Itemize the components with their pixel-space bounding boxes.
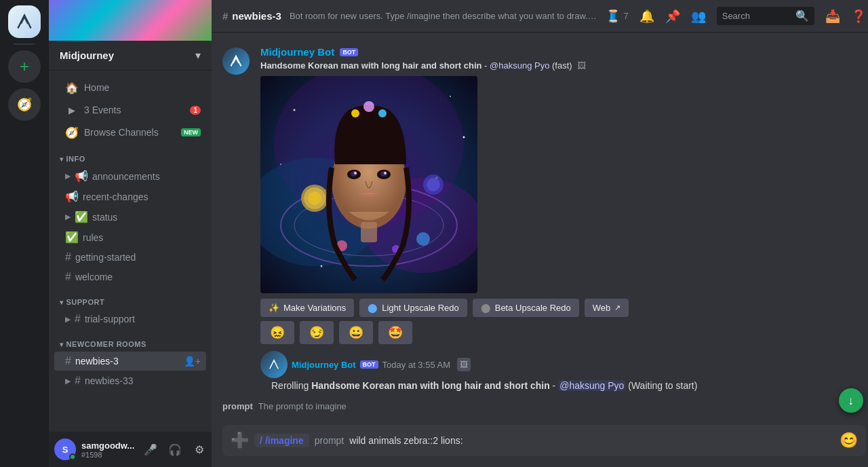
server-sidebar: + 🧭 <box>0 0 49 467</box>
bot-badge-inline: BOT <box>360 360 378 369</box>
section-arrow-icon: ▾ <box>60 155 64 163</box>
image-expand-icon[interactable]: 🖼 <box>577 60 586 71</box>
light-upscale-redo-button[interactable]: ⬤ Light Upscale Redo <box>359 299 467 317</box>
channel-name-header: # newbies-3 <box>222 10 281 22</box>
svg-point-16 <box>427 178 440 191</box>
section-info[interactable]: ▾ INFO <box>49 144 212 166</box>
server-header[interactable]: Midjourney ▾ <box>49 41 212 71</box>
channel-icon: 📢 <box>75 170 88 183</box>
channel-label: trial-support <box>85 314 135 324</box>
main-content: # newbies-3 Bot room for new users. Type… <box>212 0 868 467</box>
input-area: ➕ / /imagine prompt 😊 <box>212 425 868 467</box>
search-input[interactable] <box>722 11 793 21</box>
variations-icon: ✨ <box>269 303 279 313</box>
attach-button[interactable]: ➕ <box>231 425 249 456</box>
reaction-2[interactable]: 😏 <box>300 321 334 344</box>
section-newcomer-rooms[interactable]: ▾ NEWCOMER ROOMS <box>49 329 212 351</box>
channel-getting-started[interactable]: # getting-started <box>54 248 206 267</box>
channel-newbies-3[interactable]: # newbies-3 👤+ <box>54 352 206 371</box>
command-label: /imagine <box>265 435 304 446</box>
prompt-tooltip-label: prompt <box>222 401 253 411</box>
search-bar[interactable]: 🔍 <box>717 7 814 25</box>
reaction-4[interactable]: 🤩 <box>378 321 412 344</box>
image-buttons: ✨ Make Variations ⬤ Light Upscale Redo ⬤… <box>260 299 866 317</box>
channel-label: getting-started <box>75 252 136 263</box>
server-banner <box>49 0 212 41</box>
channel-icon: ✅ <box>75 210 88 223</box>
message-input-box[interactable]: ➕ / /imagine prompt 😊 <box>222 425 866 456</box>
channel-label: status <box>92 212 117 223</box>
user-controls: 🎤 🎧 ⚙ <box>140 438 210 460</box>
nav-browse-channels[interactable]: 🧭 Browse Channels NEW <box>54 122 206 143</box>
reaction-1[interactable]: 😖 <box>260 321 294 344</box>
image-preview-icon[interactable]: 🖼 <box>457 358 471 371</box>
pin-icon[interactable]: 📌 <box>665 9 680 24</box>
collapse-arrow-icon: ▶ <box>65 377 71 386</box>
bot-author-link[interactable]: Midjourney Bot <box>292 360 356 370</box>
members-icon[interactable]: 🧵 7 <box>606 9 628 24</box>
channel-label: newbies-33 <box>85 375 134 386</box>
notification-icon[interactable]: 🔔 <box>639 9 654 24</box>
svg-point-6 <box>463 136 465 138</box>
online-status-dot <box>69 453 76 460</box>
nav-home[interactable]: 🏠 Home <box>54 77 206 98</box>
server-icon-midjourney[interactable] <box>8 5 41 38</box>
members-list-icon[interactable]: 👥 <box>691 9 706 24</box>
section-support[interactable]: ▾ SUPPORT <box>49 287 212 309</box>
channel-icon: 📢 <box>65 190 79 203</box>
channel-icon: # <box>65 251 71 263</box>
chevron-down-icon: ▾ <box>195 49 201 62</box>
web-button[interactable]: Web ↗ <box>585 299 629 317</box>
slash-command: / /imagine <box>254 434 309 447</box>
svg-point-29 <box>378 109 387 117</box>
make-variations-button[interactable]: ✨ Make Variations <box>260 299 354 317</box>
add-server-button[interactable]: + <box>8 50 41 83</box>
message-text-2: Rerolling Handsome Korean man with long … <box>271 379 866 393</box>
make-variations-label: Make Variations <box>283 303 346 313</box>
svg-point-9 <box>321 265 323 267</box>
svg-point-19 <box>416 232 430 246</box>
svg-rect-30 <box>361 222 377 242</box>
message-text-1: Handsome Korean man with long hair and s… <box>260 60 866 71</box>
headphones-button[interactable]: 🎧 <box>164 438 186 460</box>
inbox-icon[interactable]: 📥 <box>825 9 840 24</box>
light-upscale-icon: ⬤ <box>368 303 378 313</box>
message-header-1: Midjourney Bot BOT <box>260 46 866 58</box>
reaction-3[interactable]: 😀 <box>339 321 373 344</box>
channel-name-text: newbies-3 <box>232 10 281 22</box>
channel-icon: # <box>75 375 81 387</box>
scroll-to-bottom-button[interactable]: ↓ <box>839 388 863 413</box>
channel-welcome[interactable]: # welcome <box>54 267 206 286</box>
hash-icon: # <box>222 10 228 22</box>
channel-trial-support[interactable]: ▶ # trial-support <box>54 310 206 329</box>
channel-recent-changes[interactable]: 📢 recent-changes <box>54 187 206 206</box>
explore-button[interactable]: 🧭 <box>8 88 41 121</box>
help-icon[interactable]: ❓ <box>851 9 866 24</box>
events-icon: ▶ <box>65 103 79 117</box>
section-arrow-icon: ▾ <box>60 299 64 306</box>
user-discriminator: #1598 <box>81 451 134 459</box>
generated-image <box>260 76 477 293</box>
nav-events[interactable]: ▶ 3 Events 1 <box>54 99 206 121</box>
settings-button[interactable]: ⚙ <box>189 438 210 460</box>
channel-newbies-33[interactable]: ▶ # newbies-33 <box>54 371 206 390</box>
emoji-picker-button[interactable]: 😊 <box>840 432 858 449</box>
beta-upscale-label: Beta Upscale Redo <box>495 303 571 313</box>
svg-point-25 <box>354 172 357 174</box>
svg-point-5 <box>450 96 451 97</box>
message-input[interactable] <box>349 435 833 446</box>
channel-label: recent-changes <box>83 191 149 202</box>
server-name: Midjourney <box>60 50 114 61</box>
bot-badge-1: BOT <box>340 48 358 56</box>
channel-rules[interactable]: ✅ rules <box>54 227 206 247</box>
microphone-button[interactable]: 🎤 <box>140 438 161 460</box>
svg-point-28 <box>363 101 374 112</box>
beta-upscale-redo-button[interactable]: ⬤ Beta Upscale Redo <box>473 299 579 317</box>
channel-icon: ✅ <box>65 231 79 244</box>
channel-status[interactable]: ▶ ✅ status <box>54 207 206 227</box>
home-icon: 🏠 <box>65 81 79 94</box>
header-actions: 🧵 7 🔔 📌 👥 🔍 📥 ❓ <box>606 7 865 25</box>
browse-new-badge: NEW <box>181 128 201 136</box>
channel-announcements[interactable]: ▶ 📢 announcements <box>54 166 206 186</box>
add-member-icon[interactable]: 👤+ <box>184 356 201 367</box>
